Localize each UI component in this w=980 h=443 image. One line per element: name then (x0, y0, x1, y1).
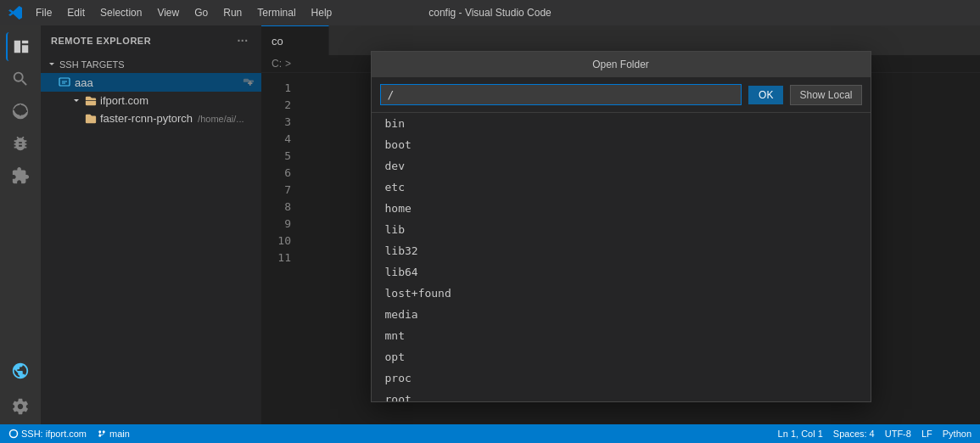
open-folder-dialog: Open Folder OK Show Local binbootdevetch… (371, 51, 871, 402)
show-local-button[interactable]: Show Local (790, 85, 861, 105)
activity-extensions-icon[interactable] (6, 161, 35, 190)
modal-overlay: Open Folder OK Show Local binbootdevetch… (261, 25, 980, 424)
sidebar-menu-icon[interactable]: ··· (234, 32, 251, 49)
add-folder-icon[interactable] (243, 77, 255, 89)
branch-icon (97, 429, 107, 439)
aaa-label: aaa (75, 76, 93, 89)
status-line-text: Ln 1, Col 1 (778, 429, 823, 439)
folder-list-item[interactable]: lib32 (372, 240, 871, 261)
status-encoding-text: UTF-8 (885, 429, 911, 439)
ok-button[interactable]: OK (748, 86, 783, 104)
sidebar-item-faster-rcnn[interactable]: faster-rcnn-pytorch /home/ai/... (41, 109, 261, 127)
folder-list-item[interactable]: etc (372, 177, 871, 198)
menu-help[interactable]: Help (305, 4, 339, 21)
remote-icon (58, 76, 71, 89)
folder-list-item[interactable]: mnt (372, 325, 871, 346)
status-encoding[interactable]: UTF-8 (885, 429, 911, 439)
status-language-text: Python (943, 429, 972, 439)
title-bar-left: File Edit Selection View Go Run Terminal… (8, 4, 339, 21)
sidebar-header: Remote Explorer ··· (41, 25, 261, 56)
menu-go[interactable]: Go (188, 4, 215, 21)
status-spaces[interactable]: Spaces: 4 (833, 429, 875, 439)
ssh-targets-chevron-icon (48, 60, 56, 69)
status-remote-text: SSH: ifport.com (21, 429, 87, 439)
editor-area: co C: > 1 2 3 4 5 6 7 8 9 10 11 (261, 25, 980, 424)
status-eol[interactable]: LF (921, 429, 932, 439)
folder-list-item[interactable]: bin (372, 113, 871, 134)
folder-list-item[interactable]: opt (372, 346, 871, 367)
activity-remote-icon[interactable] (6, 356, 35, 385)
folder-open-icon (85, 95, 97, 107)
faster-rcnn-path: /home/ai/... (198, 114, 244, 124)
modal-title: Open Folder (592, 59, 649, 70)
sidebar: Remote Explorer ··· SSH TARGETS aaa (41, 25, 261, 424)
sidebar-title: Remote Explorer (51, 36, 151, 46)
main-layout: Remote Explorer ··· SSH TARGETS aaa (0, 25, 980, 424)
window-title: config - Visual Studio Code (428, 7, 552, 19)
folder-list-item[interactable]: dev (372, 155, 871, 177)
activity-bar (0, 25, 41, 424)
title-bar: File Edit Selection View Go Run Terminal… (0, 0, 980, 25)
folder-path-input[interactable] (380, 84, 742, 105)
folder-list-item[interactable]: media (372, 304, 871, 325)
vscode-logo-icon (8, 6, 22, 20)
activity-explorer-icon[interactable] (6, 32, 35, 61)
remote-status-icon (8, 429, 19, 439)
folder-list-item[interactable]: boot (372, 134, 871, 155)
folder-list-item[interactable]: proc (372, 367, 871, 389)
status-branch-text: main (109, 429, 130, 439)
activity-extensions2-icon[interactable] (6, 392, 35, 421)
status-language[interactable]: Python (943, 429, 972, 439)
ifport-label: ifport.com (100, 94, 148, 107)
status-remote[interactable]: SSH: ifport.com (8, 429, 87, 439)
sidebar-item-ifport[interactable]: ifport.com (41, 92, 261, 109)
modal-title-bar: Open Folder (372, 52, 871, 77)
folder-list: binbootdevetchomeliblib32lib64lost+found… (372, 113, 871, 401)
menu-run[interactable]: Run (216, 4, 249, 21)
status-right: Ln 1, Col 1 Spaces: 4 UTF-8 LF Python (778, 429, 972, 439)
activity-source-control-icon[interactable] (6, 97, 35, 126)
sidebar-item-aaa[interactable]: aaa (41, 73, 261, 92)
menu-bar: File Edit Selection View Go Run Terminal… (29, 4, 339, 21)
status-line[interactable]: Ln 1, Col 1 (778, 429, 823, 439)
status-eol-text: LF (921, 429, 932, 439)
activity-search-icon[interactable] (6, 64, 35, 93)
menu-terminal[interactable]: Terminal (250, 4, 302, 21)
menu-view[interactable]: View (150, 4, 186, 21)
folder-icon (85, 113, 97, 125)
folder-list-item[interactable]: lib (372, 219, 871, 240)
modal-input-row: OK Show Local (372, 77, 871, 113)
status-branch[interactable]: main (97, 429, 130, 439)
faster-rcnn-label: faster-rcnn-pytorch (100, 112, 193, 125)
folder-list-item[interactable]: root (372, 389, 871, 401)
folder-list-item[interactable]: home (372, 198, 871, 219)
menu-edit[interactable]: Edit (60, 4, 92, 21)
menu-selection[interactable]: Selection (93, 4, 148, 21)
folder-list-item[interactable]: lib64 (372, 261, 871, 283)
status-bar: SSH: ifport.com main Ln 1, Col 1 Spaces:… (0, 424, 980, 443)
menu-file[interactable]: File (29, 4, 59, 21)
activity-debug-icon[interactable] (6, 129, 35, 158)
ssh-targets-label: SSH TARGETS (59, 59, 125, 70)
sidebar-header-icons: ··· (234, 32, 251, 49)
ssh-targets-section[interactable]: SSH TARGETS (41, 56, 261, 73)
expand-chevron-icon (71, 96, 81, 106)
folder-list-item[interactable]: lost+found (372, 283, 871, 304)
status-spaces-text: Spaces: 4 (833, 429, 875, 439)
